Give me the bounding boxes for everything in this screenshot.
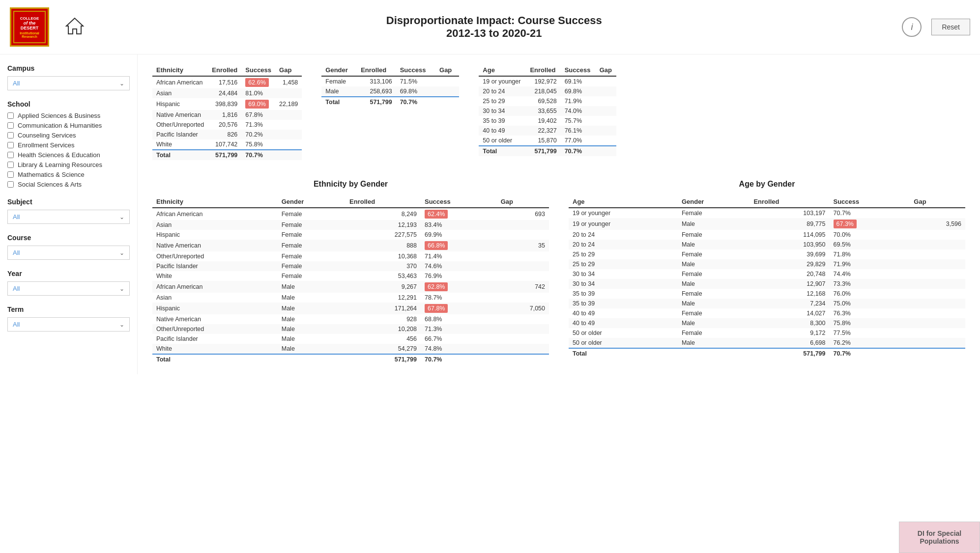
school-checkbox-asb[interactable] — [7, 112, 14, 119]
total-row: Total571,79970.7% — [321, 97, 459, 107]
term-arrow: ⌄ — [119, 321, 124, 328]
table-row: 50 or older Female 9,172 77.5% — [569, 328, 965, 338]
gender-cell: Female — [278, 220, 346, 230]
info-button[interactable]: i — [902, 17, 922, 37]
gender-cell: Female — [278, 240, 346, 251]
gender-gap-header: Gap — [435, 64, 459, 76]
table-row: White Female 53,463 76.9% — [152, 271, 549, 281]
table-row: 50 or older Male 6,698 76.2% — [569, 338, 965, 348]
school-checkbox-ms[interactable] — [7, 171, 14, 178]
table-row: 25 to 29 Female 39,699 71.8% — [569, 249, 965, 259]
school-item-asb[interactable]: Applied Sciences & Business — [7, 112, 130, 119]
gap-cell — [275, 139, 302, 150]
ethnicity-cell: Pacific Islander — [152, 261, 278, 271]
success-cell: 67.3% — [830, 218, 910, 230]
reset-button[interactable]: Reset — [931, 19, 970, 35]
gender-cell: Female — [678, 328, 750, 338]
school-checkbox-ssa[interactable] — [7, 181, 14, 188]
school-label-asb: Applied Sciences & Business — [18, 112, 100, 119]
ethnicity-cell: White — [152, 139, 208, 150]
enrolled-cell: 114,095 — [749, 230, 829, 240]
gender-cell: Male — [678, 318, 750, 328]
table-row: 35 to 39 Female 12,168 76.0% — [569, 289, 965, 299]
enrolled-cell: 24,484 — [208, 88, 241, 98]
ethnicity-cell: African American — [152, 281, 278, 293]
gap-cell — [497, 314, 549, 324]
school-item-llr[interactable]: Library & Learning Resources — [7, 161, 130, 168]
gap-cell — [596, 86, 617, 96]
ethnicity-cell: African American — [152, 208, 278, 220]
enrolled-cell: 69,528 — [526, 96, 560, 106]
enrolled-cell: 826 — [208, 130, 241, 139]
gap-cell — [910, 249, 965, 259]
school-item-hse[interactable]: Health Sciences & Education — [7, 151, 130, 159]
logo-subtitle: Institutional Research — [14, 31, 45, 38]
enrolled-cell: 39,699 — [749, 249, 829, 259]
ethnicity-gender-table: Ethnicity by Gender Ethnicity Gender Enr… — [152, 180, 549, 364]
enrolled-cell: 171,264 — [346, 303, 421, 314]
gender-cell: Female — [278, 271, 346, 281]
gap-cell: 693 — [497, 208, 549, 220]
gap-cell — [435, 76, 459, 86]
ethnicity-gender-title: Ethnicity by Gender — [152, 180, 549, 189]
year-dropdown[interactable]: All ⌄ — [7, 281, 130, 296]
gender-cell: Female — [278, 208, 346, 220]
table-row: Pacific Islander Male 456 66.7% — [152, 334, 549, 344]
total-gap — [275, 150, 302, 160]
success-cell: 62.6% — [241, 76, 275, 88]
ethnicity-cell: Other/Unreported — [152, 324, 278, 334]
school-checkbox-hse[interactable] — [7, 152, 14, 158]
age-cell: 20 to 24 — [479, 86, 526, 96]
gender-cell: Male — [278, 303, 346, 314]
success-cell: 81.0% — [241, 88, 275, 98]
age-gap-header: Gap — [596, 64, 617, 76]
table-row: 40 to 49 Male 8,300 75.8% — [569, 318, 965, 328]
title-area: Disproportionate Impact: Course Success … — [86, 14, 902, 40]
table-row: 35 to 39 19,402 75.7% — [479, 116, 616, 126]
school-item-cs[interactable]: Counseling Services — [7, 132, 130, 139]
school-item-ch[interactable]: Communication & Humanities — [7, 122, 130, 129]
eg-gender-header: Gender — [278, 196, 346, 208]
age-enrolled-header: Enrolled — [526, 64, 560, 76]
eg-gap-header: Gap — [497, 196, 549, 208]
school-checkbox-ch[interactable] — [7, 122, 14, 129]
total-label: Total — [152, 150, 208, 160]
gender-cell: Male — [278, 344, 346, 354]
age-cell: 35 to 39 — [569, 299, 678, 308]
school-checkbox-llr[interactable] — [7, 162, 14, 168]
school-checkbox-es[interactable] — [7, 142, 14, 148]
school-item-ssa[interactable]: Social Sciences & Arts — [7, 181, 130, 188]
ethnicity-cell: Pacific Islander — [152, 334, 278, 344]
gap-cell — [435, 86, 459, 97]
subject-value: All — [13, 213, 20, 221]
gender-cell: Female — [278, 261, 346, 271]
table-row: Asian 24,484 81.0% — [152, 88, 302, 98]
success-cell: 76.9% — [421, 271, 497, 281]
enrolled-cell: 29,829 — [749, 259, 829, 269]
gender-cell: Female — [321, 76, 357, 86]
school-label-ms: Mathematics & Science — [18, 171, 85, 178]
subject-dropdown[interactable]: All ⌄ — [7, 210, 130, 224]
school-checkbox-cs[interactable] — [7, 132, 14, 138]
gender-enrolled-header: Enrolled — [357, 64, 396, 76]
enrolled-cell: 928 — [346, 314, 421, 324]
school-item-ms[interactable]: Mathematics & Science — [7, 171, 130, 178]
success-cell: 70.7% — [830, 208, 910, 218]
age-cell: 35 to 39 — [479, 116, 526, 126]
gap-cell — [497, 334, 549, 344]
logo-line2: of the — [24, 21, 36, 26]
gender-cell: Male — [678, 259, 750, 269]
success-cell: 78.7% — [421, 293, 497, 303]
enrolled-cell: 10,208 — [346, 324, 421, 334]
enrolled-cell: 103,197 — [749, 208, 829, 218]
page-subtitle: 2012-13 to 2020-21 — [86, 27, 902, 40]
school-item-es[interactable]: Enrollment Services — [7, 141, 130, 149]
course-dropdown[interactable]: All ⌄ — [7, 246, 130, 260]
age-cell: 20 to 24 — [569, 230, 678, 240]
term-dropdown[interactable]: All ⌄ — [7, 317, 130, 332]
success-cell: 71.3% — [421, 324, 497, 334]
gap-cell — [910, 230, 965, 240]
campus-dropdown[interactable]: All ⌄ — [7, 76, 130, 90]
home-icon[interactable] — [64, 15, 86, 39]
table-row: Female 313,106 71.5% — [321, 76, 459, 86]
